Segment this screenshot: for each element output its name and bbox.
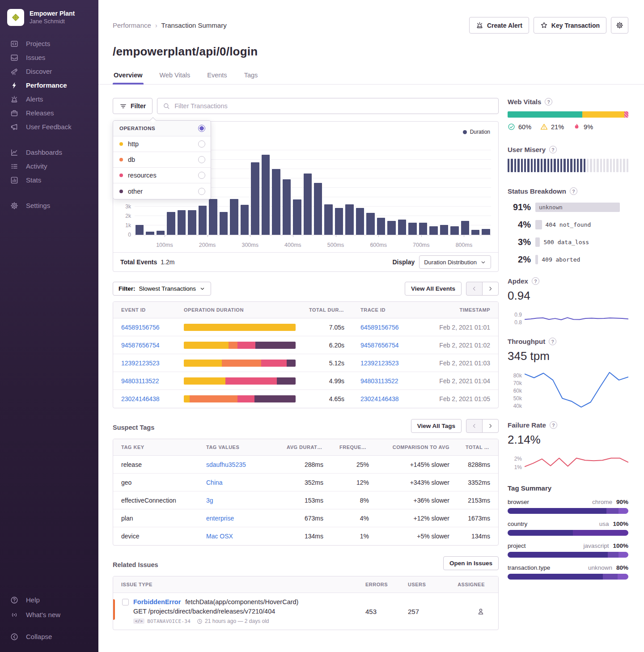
histogram-bar[interactable] <box>146 232 154 235</box>
events-next-page-button[interactable] <box>482 282 499 296</box>
tag-value-link[interactable]: enterprise <box>206 515 234 522</box>
histogram-bar[interactable] <box>440 225 448 235</box>
sidebar-item-projects[interactable]: Projects <box>0 37 98 51</box>
histogram-bar[interactable] <box>283 179 291 235</box>
histogram-bar[interactable] <box>178 210 186 235</box>
histogram-bar[interactable] <box>429 226 437 235</box>
histogram-bar[interactable] <box>461 221 469 235</box>
histogram-bar[interactable] <box>209 199 217 235</box>
tag-value-link[interactable]: China <box>206 479 223 486</box>
histogram-bar[interactable] <box>230 199 238 235</box>
operations-dropdown-header[interactable]: OPERATIONS <box>113 121 211 136</box>
trace-id-link[interactable]: 12392123523 <box>360 360 399 367</box>
sidebar-item-settings[interactable]: Settings <box>0 199 98 212</box>
event-id-link[interactable]: 64589156756 <box>121 324 160 331</box>
histogram-bar[interactable] <box>262 155 270 235</box>
view-all-events-button[interactable]: View All Events <box>405 282 462 296</box>
breadcrumb-performance[interactable]: Performance <box>113 21 151 29</box>
histogram-bar[interactable] <box>199 206 207 235</box>
event-id-link[interactable]: 23024146438 <box>121 395 160 402</box>
histogram-bar[interactable] <box>167 212 175 235</box>
sidebar-item-user-feedback[interactable]: User Feedback <box>0 120 98 134</box>
sidebar-item-performance[interactable]: Performance <box>0 78 98 92</box>
question-circle-icon[interactable]: ? <box>549 338 556 345</box>
operation-radio[interactable] <box>198 140 205 148</box>
histogram-bar[interactable] <box>136 225 144 235</box>
question-circle-icon[interactable]: ? <box>532 277 539 285</box>
tab-overview[interactable]: Overview <box>113 69 144 84</box>
histogram-bar[interactable] <box>419 223 427 235</box>
issue-error-type-link[interactable]: ForbiddenError <box>133 598 181 605</box>
histogram-bar[interactable] <box>387 221 395 235</box>
sidebar-item-dashboards[interactable]: Dashboards <box>0 145 98 159</box>
histogram-bar[interactable] <box>157 231 165 235</box>
display-select[interactable]: Duration Distribution <box>419 255 491 269</box>
histogram-bar[interactable] <box>345 204 353 235</box>
tab-web-vitals[interactable]: Web Vitals <box>159 69 191 84</box>
trace-id-link[interactable]: 94803113522 <box>360 377 398 385</box>
histogram-bar[interactable] <box>241 205 249 235</box>
histogram-bar[interactable] <box>377 218 385 235</box>
sidebar-item-alerts[interactable]: Alerts <box>0 92 98 106</box>
histogram-bar[interactable] <box>335 208 343 235</box>
event-id-link[interactable]: 94803113522 <box>121 377 159 385</box>
sidebar-item-activity[interactable]: Activity <box>0 159 98 173</box>
operations-all-radio[interactable] <box>198 125 205 132</box>
operation-radio[interactable] <box>198 156 205 163</box>
open-in-issues-button[interactable]: Open in Issues <box>443 556 499 570</box>
sidebar-item-discover[interactable]: Discover <box>0 64 98 78</box>
view-all-tags-button[interactable]: View All Tags <box>411 419 462 433</box>
operation-radio[interactable] <box>198 188 205 195</box>
sidebar-item-help[interactable]: Help <box>0 593 98 607</box>
histogram-bar[interactable] <box>408 223 416 235</box>
histogram-bar[interactable] <box>304 174 312 235</box>
tab-events[interactable]: Events <box>206 69 228 84</box>
histogram-bar[interactable] <box>251 162 259 235</box>
tab-tags[interactable]: Tags <box>243 69 259 84</box>
histogram-bar[interactable] <box>272 169 280 235</box>
sidebar-item-issues[interactable]: Issues <box>0 51 98 64</box>
operation-option-db[interactable]: db <box>113 152 211 168</box>
question-circle-icon[interactable]: ? <box>549 146 557 153</box>
question-circle-icon[interactable]: ? <box>545 98 552 106</box>
event-id-link[interactable]: 12392123523 <box>121 360 160 367</box>
operation-option-resources[interactable]: resources <box>113 168 211 183</box>
tag-value-link[interactable]: 3g <box>206 497 213 504</box>
key-transaction-button[interactable]: Key Transaction <box>534 17 606 34</box>
events-filter-select[interactable]: Filter: Slowest Transactions <box>113 282 211 296</box>
sidebar-item-releases[interactable]: Releases <box>0 106 98 120</box>
org-switcher[interactable]: Empower Plant Jane Schmidt <box>0 0 98 37</box>
histogram-bar[interactable] <box>482 229 490 235</box>
sidebar-item-stats[interactable]: Stats <box>0 173 98 187</box>
trace-id-link[interactable]: 94587656754 <box>360 342 399 349</box>
histogram-bar[interactable] <box>324 204 332 235</box>
histogram-bar[interactable] <box>398 220 406 235</box>
histogram-bar[interactable] <box>293 199 301 235</box>
create-alert-button[interactable]: Create Alert <box>469 17 529 34</box>
tag-value-link[interactable]: Mac OSX <box>206 533 233 540</box>
trace-id-link[interactable]: 23024146438 <box>360 395 399 402</box>
events-prev-page-button[interactable] <box>466 282 483 296</box>
tags-next-page-button[interactable] <box>482 419 499 433</box>
histogram-bar[interactable] <box>450 226 458 235</box>
event-id-link[interactable]: 94587656754 <box>121 342 160 349</box>
search-input[interactable] <box>174 102 493 110</box>
tag-value-link[interactable]: sdaufhu35235 <box>206 461 246 468</box>
operation-option-other[interactable]: other <box>113 183 211 199</box>
settings-gear-button[interactable] <box>611 17 628 34</box>
issue-checkbox[interactable] <box>122 599 129 605</box>
histogram-bar[interactable] <box>188 210 196 235</box>
sidebar-item-what-s-new[interactable]: What's new <box>0 607 98 622</box>
operation-radio[interactable] <box>198 172 205 179</box>
histogram-bar[interactable] <box>366 213 374 235</box>
histogram-bar[interactable] <box>471 230 479 235</box>
trace-id-link[interactable]: 64589156756 <box>360 324 399 331</box>
operation-option-http[interactable]: http <box>113 136 211 152</box>
filter-button[interactable]: Filter <box>113 98 153 114</box>
tags-prev-page-button[interactable] <box>466 419 483 433</box>
sidebar-item-collapse[interactable]: Collapse <box>0 629 98 644</box>
question-circle-icon[interactable]: ? <box>570 187 577 195</box>
histogram-bar[interactable] <box>356 208 364 235</box>
histogram-bar[interactable] <box>220 212 228 235</box>
histogram-bar[interactable] <box>314 183 322 235</box>
